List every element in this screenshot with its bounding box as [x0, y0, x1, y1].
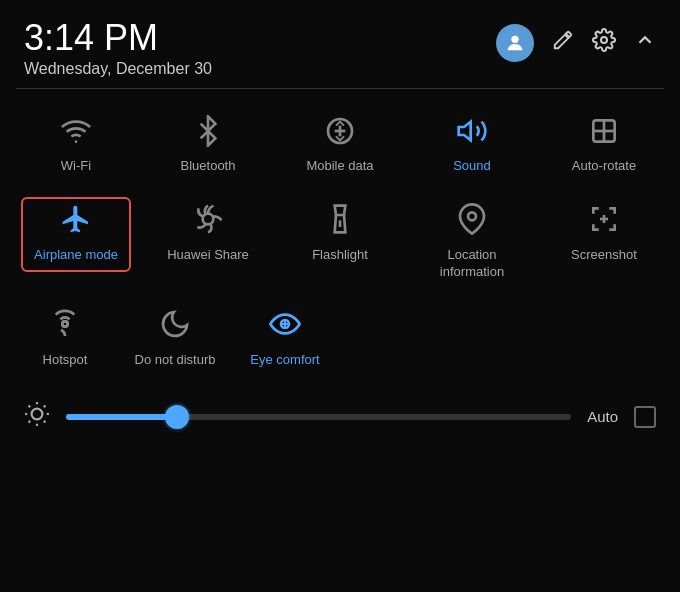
tile-airplane-mode[interactable]: Airplane mode: [21, 197, 131, 271]
svg-point-0: [511, 36, 518, 43]
collapse-icon[interactable]: [634, 29, 656, 57]
screenshot-label: Screenshot: [571, 247, 637, 264]
mobile-data-label: Mobile data: [306, 158, 373, 175]
svg-point-2: [75, 140, 78, 143]
wifi-icon: [60, 115, 92, 155]
qs-row-2: Airplane mode Huawei Share: [0, 189, 680, 294]
wifi-label: Wi-Fi: [61, 158, 91, 175]
svg-point-10: [468, 212, 476, 220]
tile-mobile-data[interactable]: Mobile data: [285, 109, 395, 181]
brightness-track: [66, 414, 177, 420]
svg-point-8: [203, 214, 214, 225]
airplane-mode-icon: [60, 203, 92, 243]
tile-auto-rotate[interactable]: Auto-rotate: [549, 109, 659, 181]
huawei-share-icon: [192, 203, 224, 243]
qs-row-1: Wi-Fi Bluetooth Mobile data: [0, 101, 680, 189]
svg-line-20: [44, 421, 46, 423]
svg-line-24: [44, 406, 46, 408]
brightness-icon: [24, 401, 50, 433]
date: Wednesday, December 30: [24, 60, 212, 78]
svg-point-1: [601, 37, 607, 43]
quick-settings: Wi-Fi Bluetooth Mobile data: [0, 95, 680, 383]
dnd-icon: [159, 308, 191, 348]
tile-location[interactable]: Location information: [417, 197, 527, 286]
tile-wifi[interactable]: Wi-Fi: [21, 109, 131, 181]
auto-checkbox[interactable]: [634, 406, 656, 428]
tile-huawei-share[interactable]: Huawei Share: [153, 197, 263, 269]
avatar[interactable]: [496, 24, 534, 62]
tile-screenshot[interactable]: Screenshot: [549, 197, 659, 269]
svg-marker-6: [459, 121, 471, 140]
dnd-label: Do not disturb: [135, 352, 216, 369]
auto-label: Auto: [587, 408, 618, 425]
clock: 3:14 PM: [24, 18, 212, 58]
eye-comfort-label: Eye comfort: [250, 352, 319, 369]
hotspot-label: Hotspot: [43, 352, 88, 369]
hotspot-icon: [49, 308, 81, 348]
svg-line-19: [29, 406, 31, 408]
auto-rotate-icon: [588, 115, 620, 155]
brightness-thumb: [165, 405, 189, 429]
tile-hotspot[interactable]: Hotspot: [10, 302, 120, 374]
flashlight-icon: [324, 203, 356, 243]
auto-rotate-label: Auto-rotate: [572, 158, 636, 175]
flashlight-label: Flashlight: [312, 247, 368, 264]
svg-line-23: [29, 421, 31, 423]
header-divider: [16, 88, 664, 89]
tile-bluetooth[interactable]: Bluetooth: [153, 109, 263, 181]
location-label: Location information: [421, 247, 523, 281]
settings-icon[interactable]: [592, 28, 616, 58]
location-icon: [456, 203, 488, 243]
header: 3:14 PM Wednesday, December 30: [0, 0, 680, 88]
sound-icon: [456, 115, 488, 155]
tile-dnd[interactable]: Do not disturb: [120, 302, 230, 374]
screenshot-icon: [588, 203, 620, 243]
airplane-mode-label: Airplane mode: [34, 247, 118, 264]
svg-point-16: [32, 409, 43, 420]
time-section: 3:14 PM Wednesday, December 30: [24, 18, 212, 78]
tile-eye-comfort[interactable]: Eye comfort: [230, 302, 340, 374]
tile-flashlight[interactable]: Flashlight: [285, 197, 395, 269]
sound-label: Sound: [453, 158, 491, 175]
brightness-row: Auto: [0, 387, 680, 447]
brightness-slider[interactable]: [66, 414, 571, 420]
mobile-data-icon: [324, 115, 356, 155]
bluetooth-label: Bluetooth: [181, 158, 236, 175]
qs-row-3: Hotspot Do not disturb Eye comfort: [0, 294, 680, 382]
header-icons: [496, 24, 656, 62]
svg-point-14: [62, 322, 67, 327]
huawei-share-label: Huawei Share: [167, 247, 249, 264]
edit-icon[interactable]: [552, 29, 574, 57]
eye-comfort-icon: [269, 308, 301, 348]
bluetooth-icon: [192, 115, 224, 155]
tile-sound[interactable]: Sound: [417, 109, 527, 181]
